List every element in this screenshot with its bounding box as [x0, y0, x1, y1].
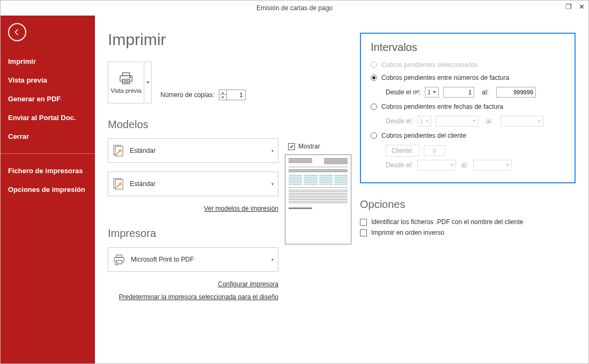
sidebar-item-fichero-impresoras[interactable]: Fichero de impresoras — [8, 161, 87, 180]
svg-point-8 — [119, 150, 121, 152]
cliente-button: Cliente: — [386, 145, 419, 157]
svg-point-5 — [130, 77, 131, 78]
radio-seleccionados — [371, 62, 377, 68]
mostrar-checkbox[interactable]: ✔ — [288, 143, 295, 150]
svg-rect-1 — [123, 73, 130, 76]
cliente-from-combo — [417, 160, 456, 170]
copies-input[interactable] — [227, 90, 245, 100]
printer-ok-icon — [113, 254, 126, 265]
svg-point-15 — [115, 262, 119, 265]
sidebar-item-enviar-portal[interactable]: Enviar al Portal Doc. — [8, 108, 87, 127]
configurar-impresora-link[interactable]: Configurar impresora — [218, 280, 278, 288]
template-icon — [113, 177, 124, 190]
impresora-combo[interactable]: Microsoft Print to PDF ▾ — [108, 247, 278, 272]
al-num-label: al: — [482, 88, 489, 96]
title-bar: Emisión de cartas de pago ❐ ✕ — [1, 1, 588, 16]
document-thumbnail[interactable] — [285, 154, 351, 244]
printer-icon — [118, 71, 134, 85]
chevron-down-icon: ▾ — [271, 182, 274, 187]
chevron-down-icon: ▾ — [271, 257, 274, 262]
cliente-input — [424, 145, 445, 156]
page-title: Imprimir — [108, 31, 355, 49]
fecha-to-combo — [500, 116, 543, 127]
template-icon — [113, 144, 124, 157]
radio-numeros[interactable] — [371, 75, 377, 81]
num-from-input[interactable] — [443, 87, 474, 98]
radio-numeros-label: Cobros pendientes entre números de factu… — [381, 74, 509, 81]
restore-icon[interactable]: ❐ — [565, 3, 572, 10]
radio-cliente-label: Cobros pendientes del cliente — [381, 132, 466, 139]
chk-orden-inverso-label: Imprimir en orden inverso — [371, 229, 444, 236]
ver-modelos-link[interactable]: Ver modelos de impresión — [204, 205, 278, 212]
modelos-title: Modelos — [108, 118, 355, 131]
intervalos-title: Intervalos — [371, 41, 565, 54]
copies-spinner: ▲ ▼ — [219, 90, 246, 100]
predeterminar-impresora-link[interactable]: Predeterminar la impresora seleccionada … — [119, 293, 279, 301]
copies-down[interactable]: ▼ — [219, 95, 226, 100]
sidebar-item-cerrar[interactable]: Cerrar — [8, 127, 87, 146]
chk-identificar-pdf-label: Identificar los ficheros .PDF con el nom… — [371, 218, 523, 226]
opciones-title: Opciones — [360, 198, 576, 211]
cliente-al-label: al: — [461, 161, 468, 169]
chk-identificar-pdf[interactable] — [360, 219, 367, 226]
modelo-combo-1[interactable]: Estándar ▾ — [108, 138, 278, 163]
chk-orden-inverso[interactable] — [360, 229, 367, 236]
mostrar-label: Mostrar — [298, 143, 320, 150]
impresora-title: Impresora — [108, 227, 278, 240]
serie-from-combo[interactable]: 1 — [425, 87, 439, 98]
radio-cliente[interactable] — [371, 132, 377, 139]
copies-up[interactable]: ▲ — [219, 90, 226, 95]
svg-rect-2 — [123, 79, 130, 84]
desde-fecha-label: Desde el: — [386, 117, 413, 125]
back-button[interactable] — [8, 23, 26, 41]
impresora-name: Microsoft Print to PDF — [131, 256, 194, 263]
vista-previa-button[interactable]: Vista previa — [108, 62, 144, 103]
chevron-down-icon: ▾ — [271, 148, 274, 153]
num-to-input[interactable] — [496, 87, 536, 98]
intervalos-panel: Intervalos Cobros pendientes seleccionad… — [360, 33, 576, 183]
vista-previa-label: Vista previa — [111, 87, 141, 94]
svg-rect-13 — [116, 255, 122, 258]
radio-fechas[interactable] — [371, 103, 377, 110]
modelo-combo-2[interactable]: Estándar ▾ — [108, 172, 278, 196]
copies-label: Número de copias: — [160, 91, 215, 99]
sidebar-item-vista-previa[interactable]: Vista previa — [8, 71, 87, 90]
vista-previa-split-button: Vista previa — [108, 62, 152, 103]
sidebar-item-opciones-impresion[interactable]: Opciones de impresión — [8, 180, 87, 199]
modelo-combo-1-label: Estándar — [130, 147, 156, 154]
svg-point-11 — [119, 183, 121, 185]
serie-fecha-combo: 1 — [417, 116, 431, 127]
window-title: Emisión de cartas de pago — [256, 4, 333, 12]
modelo-combo-2-label: Estándar — [130, 180, 156, 188]
close-icon[interactable]: ✕ — [578, 3, 585, 10]
desde-num-label: Desde el nº: — [386, 88, 421, 96]
radio-seleccionados-label: Cobros pendientes seleccionados — [381, 61, 478, 69]
sidebar-item-imprimir[interactable]: Imprimir — [8, 52, 87, 71]
fecha-from-combo — [436, 116, 478, 127]
cliente-to-combo — [473, 160, 512, 170]
vista-previa-dropdown[interactable] — [144, 62, 151, 103]
radio-fechas-label: Cobros pendientes entre fechas de factur… — [381, 103, 503, 110]
sidebar: Imprimir Vista previa Generar en PDF Env… — [1, 16, 95, 363]
al-fecha-label: al: — [486, 117, 493, 125]
sidebar-item-generar-pdf[interactable]: Generar en PDF — [8, 90, 87, 108]
cliente-desde-label: Desde el: — [386, 161, 413, 169]
